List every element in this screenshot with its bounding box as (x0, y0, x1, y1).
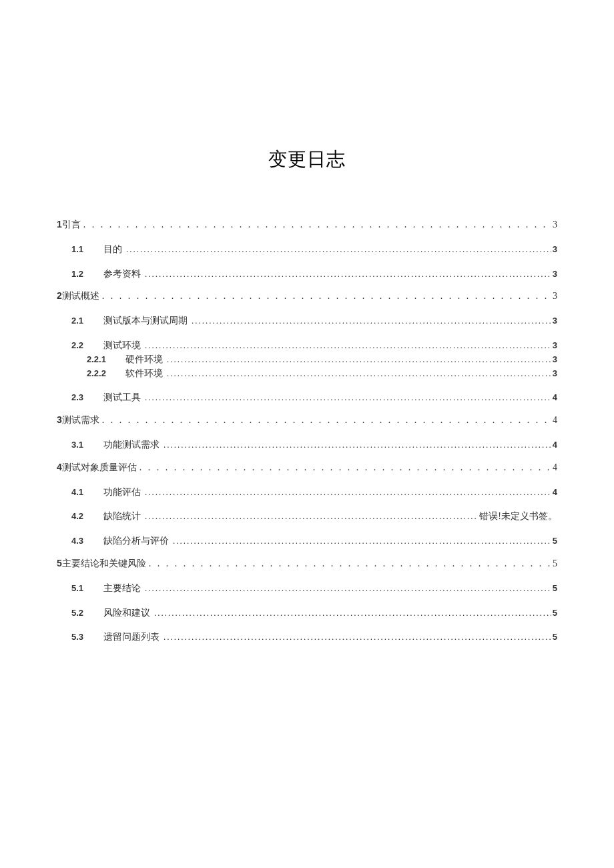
toc-entry[interactable]: 4测试对象质量评估4 (57, 462, 557, 474)
toc-number: 1.2 (71, 269, 103, 280)
toc-leader-dots (145, 511, 478, 522)
toc-entry[interactable]: 2.1测试版本与测试周期3 (57, 316, 557, 327)
toc-entry[interactable]: 2测试概述3 (57, 290, 557, 302)
toc-leader-dots (164, 632, 551, 642)
toc-label: 引言 (62, 220, 81, 231)
toc-entry[interactable]: 5主要结论和关键风险5 (57, 558, 557, 570)
toc-number: 3.1 (71, 440, 103, 450)
toc-leader-dots (192, 316, 551, 326)
toc-page-number: 3 (553, 354, 557, 365)
toc-page-number: 5 (553, 632, 557, 642)
toc-number: 1.1 (71, 244, 103, 255)
toc-leader-dots (167, 368, 551, 379)
toc-entry[interactable]: 2.3测试工具4 (57, 392, 557, 404)
toc-leader-dots (145, 487, 551, 498)
toc-leader-dots (149, 558, 550, 570)
toc-number: 2.2 (71, 340, 103, 351)
toc-page-number: 4 (553, 487, 557, 498)
toc-page-number: 3 (553, 291, 557, 302)
toc-page-number: 错误!未定义书签。 (479, 511, 557, 522)
toc-label: 缺陷统计 (103, 511, 141, 522)
toc-entry[interactable]: 3测试需求4 (57, 414, 557, 426)
toc-entry[interactable]: 4.3缺陷分析与评价5 (57, 536, 557, 547)
toc-number: 4 (57, 462, 62, 473)
toc-leader-dots (145, 583, 551, 594)
toc-entry[interactable]: 2.2.1硬件环境3 (57, 354, 557, 366)
toc-leader-dots (154, 608, 551, 618)
toc-leader-dots (145, 392, 551, 403)
toc-entry[interactable]: 4.2缺陷统计错误!未定义书签。 (57, 511, 557, 522)
toc-label: 功能评估 (103, 487, 141, 498)
toc-page-number: 4 (553, 462, 557, 474)
page-title: 变更日志 (57, 147, 557, 172)
toc-label: 功能测试需求 (103, 440, 160, 451)
toc-label: 测试需求 (62, 415, 99, 426)
toc-number: 5.1 (71, 583, 103, 594)
toc-page-number: 4 (553, 440, 557, 450)
document-page: 变更日志 1引言31.1目的31.2参考资料32测试概述32.1测试版本与测试周… (0, 0, 614, 643)
toc-leader-dots (102, 291, 550, 302)
toc-leader-dots (83, 220, 550, 231)
toc-entry[interactable]: 3.1功能测试需求4 (57, 440, 557, 451)
toc-number: 2.1 (71, 316, 103, 326)
toc-entry[interactable]: 1.1目的3 (57, 244, 557, 256)
toc-leader-dots (126, 244, 551, 255)
toc-leader-dots (145, 269, 551, 280)
toc-number: 4.1 (71, 487, 103, 498)
toc-number: 5.3 (71, 632, 103, 642)
toc-number: 4.2 (71, 511, 103, 522)
toc-page-number: 5 (553, 558, 557, 570)
toc-number: 1 (57, 219, 62, 230)
toc-page-number: 3 (553, 316, 557, 326)
toc-label: 测试版本与测试周期 (103, 316, 188, 327)
toc-label: 测试环境 (103, 340, 141, 352)
toc-leader-dots (164, 440, 551, 450)
toc-number: 5.2 (71, 608, 103, 618)
toc-entry[interactable]: 1引言3 (57, 219, 557, 231)
toc-leader-dots (139, 462, 550, 474)
toc-entry[interactable]: 4.1功能评估4 (57, 487, 557, 498)
toc-entry[interactable]: 5.2风险和建议5 (57, 608, 557, 619)
toc-leader-dots (102, 415, 550, 426)
toc-label: 主要结论和关键风险 (62, 558, 146, 570)
toc-label: 参考资料 (103, 269, 141, 280)
toc-leader-dots (173, 536, 551, 546)
toc-label: 主要结论 (103, 583, 141, 594)
toc-number: 3 (57, 414, 62, 426)
toc-label: 测试工具 (103, 392, 141, 404)
toc-number: 4.3 (71, 536, 103, 546)
toc-leader-dots (167, 354, 551, 365)
toc-page-number: 3 (553, 368, 557, 379)
toc-page-number: 3 (553, 340, 557, 351)
table-of-contents: 1引言31.1目的31.2参考资料32测试概述32.1测试版本与测试周期32.2… (57, 219, 557, 643)
toc-page-number: 4 (553, 415, 557, 426)
toc-page-number: 3 (553, 269, 557, 280)
toc-number: 2.3 (71, 392, 103, 403)
toc-number: 5 (57, 558, 62, 569)
toc-number: 2.2.2 (87, 368, 125, 379)
toc-entry[interactable]: 2.2.2软件环境3 (57, 368, 557, 380)
toc-number: 2 (57, 290, 62, 302)
toc-leader-dots (145, 340, 551, 351)
toc-entry[interactable]: 5.3遗留问题列表5 (57, 632, 557, 643)
toc-entry[interactable]: 2.2测试环境3 (57, 340, 557, 352)
toc-number: 2.2.1 (87, 354, 125, 365)
toc-label: 测试概述 (62, 291, 99, 302)
toc-label: 测试对象质量评估 (62, 462, 137, 474)
toc-page-number: 5 (553, 536, 557, 546)
toc-page-number: 4 (553, 392, 557, 403)
toc-entry[interactable]: 1.2参考资料3 (57, 269, 557, 280)
toc-label: 硬件环境 (125, 354, 163, 366)
toc-label: 软件环境 (125, 368, 163, 380)
toc-entry[interactable]: 5.1主要结论5 (57, 583, 557, 594)
toc-label: 目的 (103, 244, 122, 256)
toc-label: 风险和建议 (103, 608, 150, 619)
toc-page-number: 5 (553, 583, 557, 594)
toc-page-number: 3 (553, 244, 557, 255)
toc-page-number: 5 (553, 608, 557, 618)
toc-page-number: 3 (553, 220, 557, 231)
toc-label: 遗留问题列表 (103, 632, 160, 643)
toc-label: 缺陷分析与评价 (103, 536, 169, 547)
